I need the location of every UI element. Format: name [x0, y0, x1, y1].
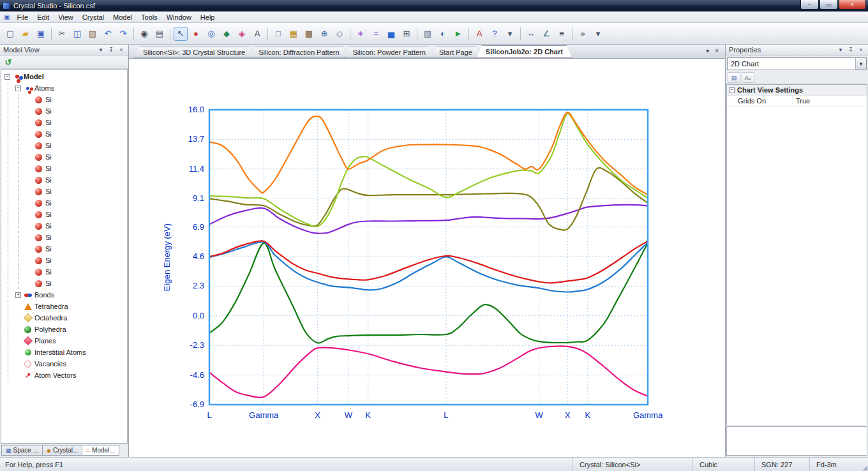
- animate-icon[interactable]: ►: [451, 27, 465, 41]
- tab-list-button[interactable]: ▾: [706, 47, 709, 54]
- properties-menu-button[interactable]: ▾: [837, 46, 844, 54]
- tree-expander-icon[interactable]: −: [4, 74, 10, 80]
- doc-tab-start-page[interactable]: Start Page: [430, 47, 481, 58]
- orientation-icon[interactable]: ⊕: [317, 27, 331, 41]
- resize-grip-icon[interactable]: ◢: [858, 458, 868, 471]
- tree-item-si[interactable]: Si: [1, 140, 127, 151]
- cut-icon[interactable]: ✂: [55, 27, 69, 41]
- open-folder-icon[interactable]: ▰: [19, 27, 33, 41]
- tree-item-si[interactable]: Si: [1, 151, 127, 163]
- tree-item-si[interactable]: Si: [1, 128, 127, 140]
- tree-item-tetrahedra[interactable]: Tetrahedra: [1, 301, 127, 312]
- tree-item-si[interactable]: Si: [1, 117, 127, 128]
- title-bar[interactable]: Crystal Studio - Silicon.csf – ▭ ×: [0, 0, 868, 11]
- menu-view[interactable]: View: [54, 12, 78, 22]
- tree-item-vacancies[interactable]: Vacancies: [1, 358, 127, 370]
- tree-item-si[interactable]: Si: [1, 220, 127, 232]
- doc-tab-silicon-powder-pattern[interactable]: Silicon: Powder Pattern: [344, 47, 435, 58]
- refresh-button[interactable]: ↺: [3, 56, 14, 68]
- font-icon[interactable]: A: [472, 27, 486, 41]
- category-collapse-button[interactable]: −: [729, 87, 735, 93]
- unit-cell-icon[interactable]: □: [271, 27, 285, 41]
- data-table-icon[interactable]: ⊞: [400, 27, 414, 41]
- chart-icon[interactable]: ▅: [384, 27, 398, 41]
- paste-icon[interactable]: ▧: [86, 27, 100, 41]
- polyhedra-display-icon[interactable]: ◆: [220, 27, 234, 41]
- help-icon[interactable]: ?: [488, 27, 502, 41]
- menu-tools[interactable]: Tools: [137, 12, 162, 22]
- menu-help[interactable]: Help: [196, 12, 220, 22]
- supercell-icon[interactable]: ▩: [302, 27, 316, 41]
- toolbar-overflow-icon[interactable]: »: [576, 27, 590, 41]
- chart-document[interactable]: 16.013.711.49.16.94.62.30.0-2.3-4.6-6.9L…: [129, 59, 725, 457]
- powder-pattern-icon[interactable]: ≈: [369, 27, 383, 41]
- close-button[interactable]: ×: [839, 0, 866, 10]
- lattice-icon[interactable]: ▦: [287, 27, 301, 41]
- model-tab[interactable]: ∴Model...: [82, 445, 119, 456]
- restore-button[interactable]: ▭: [819, 0, 838, 10]
- tree-item-atoms[interactable]: −Atoms: [1, 82, 127, 94]
- alphabetical-sort-button[interactable]: A↓: [742, 72, 754, 83]
- tree-item-model[interactable]: −Model: [1, 71, 127, 82]
- tree-item-si[interactable]: Si: [1, 232, 127, 243]
- toolbar-options-icon[interactable]: ▾: [503, 27, 517, 41]
- crystal-tab[interactable]: ◆Crystal...: [42, 445, 82, 456]
- atoms-display-icon[interactable]: ●: [189, 27, 203, 41]
- chevron-down-icon[interactable]: ▾: [855, 58, 866, 70]
- copy-icon[interactable]: ◫: [70, 27, 84, 41]
- labels-icon[interactable]: A: [250, 27, 264, 41]
- tree-expander-icon[interactable]: −: [15, 86, 21, 91]
- tree-item-octahedra[interactable]: Octahedra: [1, 312, 127, 324]
- menu-file[interactable]: File: [12, 12, 33, 22]
- redo-icon[interactable]: ↷: [116, 27, 130, 41]
- model-view-pin-button[interactable]: ↧: [107, 46, 115, 54]
- tree-item-atom-vectors[interactable]: ↗Atom Vectors: [1, 370, 127, 381]
- print-icon[interactable]: ▤: [153, 27, 167, 41]
- space-group-tab[interactable]: ▦Space ...: [1, 445, 43, 456]
- planes-display-icon[interactable]: ◈: [235, 27, 249, 41]
- tree-item-si[interactable]: Si: [1, 278, 127, 289]
- doc-tab-silicon-diffraction-pattern[interactable]: Silicon: Diffraction Pattern: [250, 47, 348, 58]
- minimize-button[interactable]: –: [800, 0, 819, 10]
- diffraction-icon[interactable]: ∗: [354, 27, 368, 41]
- menu-edit[interactable]: Edit: [33, 12, 54, 22]
- tree-item-si[interactable]: Si: [1, 186, 127, 197]
- properties-pin-button[interactable]: ↧: [847, 46, 855, 54]
- tree-item-bonds[interactable]: +Bonds: [1, 289, 127, 301]
- menu-window[interactable]: Window: [162, 12, 196, 22]
- tree-expander-icon[interactable]: +: [15, 292, 21, 298]
- new-document-icon[interactable]: ▢: [3, 27, 17, 41]
- property-value[interactable]: True: [793, 96, 867, 106]
- tree-item-si[interactable]: Si: [1, 266, 127, 278]
- tree-item-planes[interactable]: Planes: [1, 335, 127, 347]
- property-name[interactable]: Grids On: [727, 96, 793, 106]
- doc-tab-siliconjob2o-2d-chart[interactable]: SiliconJob2o: 2D Chart: [477, 45, 572, 58]
- tree-item-interstitial-atoms[interactable]: Interstitial Atoms: [1, 347, 127, 358]
- bonds-display-icon[interactable]: ◎: [204, 27, 218, 41]
- tree-item-si[interactable]: Si: [1, 255, 127, 266]
- perspective-icon[interactable]: ◇: [333, 27, 347, 41]
- find-icon[interactable]: ◉: [137, 27, 151, 41]
- object-selector-dropdown[interactable]: 2D Chart ▾: [727, 57, 867, 70]
- categorized-button[interactable]: ▤: [728, 72, 740, 83]
- select-tool-icon[interactable]: ↖: [174, 27, 188, 41]
- tree-item-si[interactable]: Si: [1, 243, 127, 255]
- report-icon[interactable]: ≡: [555, 27, 569, 41]
- image-capture-icon[interactable]: ▨: [421, 27, 435, 41]
- tree-item-si[interactable]: Si: [1, 94, 127, 105]
- sphere-view-icon[interactable]: ◐: [436, 27, 450, 41]
- tree-item-si[interactable]: Si: [1, 174, 127, 186]
- model-view-close-button[interactable]: ×: [117, 46, 125, 54]
- doc-tab-silicon-si-3d-crystal-structure[interactable]: Silicon<Si>: 3D Crystal Structure: [134, 47, 254, 58]
- measure-distance-icon[interactable]: ↔: [524, 27, 538, 41]
- measure-angle-icon[interactable]: ∠: [539, 27, 553, 41]
- tree-item-si[interactable]: Si: [1, 105, 127, 117]
- save-icon[interactable]: ▣: [34, 27, 48, 41]
- undo-icon[interactable]: ↶: [101, 27, 115, 41]
- tree-item-polyhedra[interactable]: Polyhedra: [1, 324, 127, 335]
- menu-model[interactable]: Model: [108, 12, 137, 22]
- properties-close-button[interactable]: ×: [857, 46, 865, 54]
- property-category-row[interactable]: − Chart View Settings: [727, 85, 867, 96]
- model-view-menu-button[interactable]: ▾: [97, 46, 105, 54]
- tree-item-si[interactable]: Si: [1, 163, 127, 174]
